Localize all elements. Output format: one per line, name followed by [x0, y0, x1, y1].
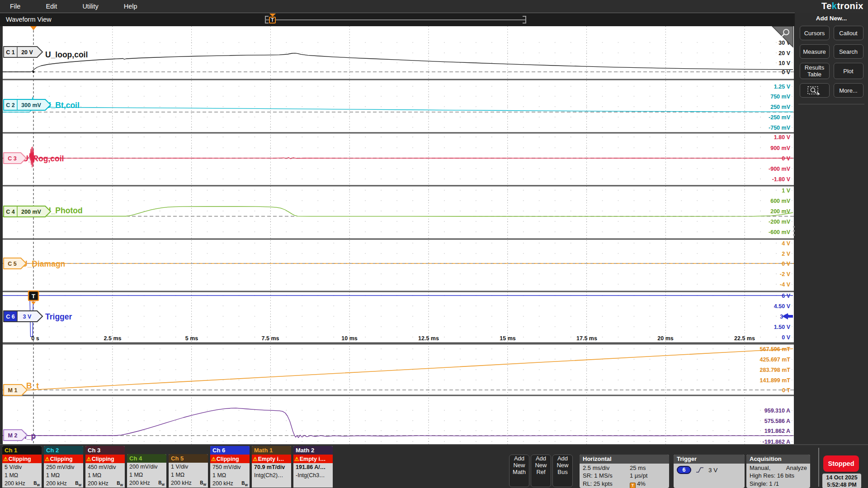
c2-scale-label: 250 mV [770, 104, 790, 110]
badge-math1[interactable]: Math 1⚠Empty i…70.9 mT/divIntg(Ch2)… [252, 446, 291, 488]
chip-c2[interactable]: C 2300 mV [4, 99, 51, 110]
trigger-level-value: 3 V [708, 467, 717, 474]
badge-ch6[interactable]: Ch 6⚠Clipping750 mV/div1 MΩ200 kHzBW [210, 446, 250, 488]
menu-utility[interactable]: Utility [82, 3, 98, 10]
chip-cell-label: 20 V [21, 49, 33, 56]
trigger-position-flag[interactable]: T [269, 14, 276, 23]
waveform-view-area[interactable]: 30 V20 V10 V0 V1.25 V750 mV250 mV-250 mV… [3, 26, 794, 444]
chip-c4[interactable]: C 4200 mV [4, 206, 51, 217]
badge-ch5[interactable]: Ch 51 V/div1 MΩ200 kHzBW [169, 454, 208, 488]
more-button[interactable]: More... [834, 83, 863, 98]
plot-button[interactable]: Plot [834, 63, 863, 79]
add-new-ref-button[interactable]: Add New Ref [531, 455, 551, 487]
badge-row: Intg(Ch2)… [252, 471, 291, 479]
datetime-display: 14 Oct 2025 5:52:48 PM [822, 474, 861, 488]
warning-icon: ⚠ [45, 456, 50, 462]
c2-scale-label: 1.25 V [774, 84, 791, 90]
clipping-warning: ⚠Clipping [85, 455, 125, 463]
c2-trace [3, 97, 793, 112]
time-axis-label: 22.5 ms [734, 335, 755, 342]
time-axis-label: 12.5 ms [418, 335, 439, 342]
trigger-panel[interactable]: Trigger 6 3 V [674, 455, 745, 488]
menu-help[interactable]: Help [124, 3, 137, 10]
horizontal-title: Horizontal [580, 455, 669, 464]
chip-cell-label: C 4 [6, 209, 15, 215]
chip-c5[interactable]: C 5 [4, 258, 26, 269]
c4-scale-label: -200 mV [769, 219, 791, 225]
trigger-position-percent: T4% [630, 480, 666, 488]
badge-label: Math 2 [296, 447, 314, 454]
c3-scale-label: -900 mV [769, 166, 791, 172]
acq-analyze: Analyze [786, 464, 807, 472]
chip-c6[interactable]: C 63 V [4, 311, 42, 322]
time-axis-label: 7.5 ms [262, 335, 279, 342]
results-table-button[interactable]: Results Table [800, 63, 830, 79]
badge-ch3[interactable]: Ch 3⚠Clipping450 mV/div1 MΩ200 kHzBW [85, 446, 125, 488]
add-new-math-button[interactable]: Add New Math [509, 455, 529, 487]
c5-scale-label: 0 V [782, 261, 790, 267]
waveform-plot[interactable]: 30 V20 V10 V0 V1.25 V750 mV250 mV-250 mV… [3, 26, 794, 444]
badge-row: 750 mV/div [210, 463, 250, 471]
menu-edit[interactable]: Edit [46, 3, 57, 10]
warning-icon: ⚠ [211, 456, 216, 462]
add-new-title: Add New... [795, 15, 868, 22]
c5-scale-label: -2 V [780, 271, 791, 277]
c6-scale-label: 1.50 V [774, 324, 791, 330]
warning-icon: ⚠ [3, 456, 8, 462]
c4-scale-label: 1 V [782, 188, 790, 194]
c1-trace [3, 53, 793, 72]
badge-ch2[interactable]: Ch 2⚠Clipping250 mV/div1 MΩ200 kHzBW [44, 446, 83, 488]
badge-row: 200 kHzBW [85, 479, 125, 488]
chip-m1[interactable]: M 1 [4, 385, 27, 395]
badge-row: 1 V/div [169, 463, 208, 471]
chip-c3[interactable]: C 3 [4, 153, 26, 164]
rising-edge-icon [696, 466, 704, 474]
callout-button[interactable]: Callout [834, 26, 863, 40]
badge-row: 200 kHzBW [44, 479, 83, 488]
panel-drag-handle[interactable] [793, 226, 795, 236]
badge-label: Ch 3 [88, 447, 100, 454]
chip-m2[interactable]: M 2 [4, 430, 27, 441]
chip-cell-label: M 1 [8, 387, 18, 394]
bottom-bar-divider [818, 448, 819, 487]
cursors-button[interactable]: Cursors [800, 26, 830, 40]
zoom-select-button[interactable] [800, 83, 830, 98]
sample-interval: 1 µs/pt [630, 472, 666, 479]
add-new-bus-button[interactable]: Add New Bus [552, 455, 573, 487]
search-button[interactable]: Search [834, 44, 863, 59]
bandwidth-limit-icon: BW [33, 479, 40, 488]
date-label: 14 Oct 2025 [822, 474, 861, 481]
badge-label: Ch 1 [5, 447, 17, 454]
badge-row: 1 MΩ [169, 471, 208, 479]
trigger-position-track[interactable] [265, 16, 526, 23]
measure-button[interactable]: Measure [800, 44, 830, 59]
panel-divider [798, 104, 864, 104]
tektronix-logo: Tektronix [821, 1, 863, 11]
c1-scale-label: 10 V [778, 60, 790, 66]
badge-ch4[interactable]: Ch 4200 mV/div1 MΩ200 kHzBW [127, 454, 166, 488]
clipping-warning: ⚠Clipping [44, 455, 83, 463]
warning-icon: ⚠ [294, 456, 299, 462]
m1-name-label: B_t [26, 381, 39, 390]
horizontal-scale: 2.5 ms/div [583, 464, 630, 472]
run-stop-status-button[interactable]: Stopped [823, 455, 859, 472]
chip-c1[interactable]: C 120 V [4, 47, 42, 57]
record-length: RL: 25 kpts [583, 480, 630, 488]
badge-row: 191.86 A/… [293, 463, 333, 471]
badge-row: 250 mV/div [44, 463, 83, 471]
clipping-warning: ⚠Clipping [210, 455, 250, 463]
badge-row: 450 mV/div [85, 463, 125, 471]
badge-row: 200 mV/div [127, 463, 166, 471]
badge-ch1[interactable]: Ch 1⚠Clipping5 V/div1 MΩ200 kHzBW [2, 446, 42, 488]
c2-scale-label: -750 mV [769, 125, 791, 131]
horizontal-panel[interactable]: Horizontal 2.5 ms/div25 ms SR: 1 MS/s1 µ… [580, 455, 669, 488]
badge-math2[interactable]: Math 2⚠Empty i…191.86 A/…-Intg(Ch3… [293, 446, 333, 488]
c6-trace [3, 295, 793, 337]
menu-file[interactable]: File [10, 3, 20, 10]
tab-waveform-view[interactable]: Waveform View [6, 13, 52, 26]
badge-row: 1 MΩ [127, 471, 166, 479]
sample-rate: SR: 1 MS/s [583, 472, 630, 479]
acquisition-panel[interactable]: Acquisition Manual,Analyze High Res: 16 … [746, 455, 810, 488]
trigger-position-marker-icon[interactable] [30, 26, 37, 30]
m2-scale-label: 191.862 A [764, 428, 790, 434]
